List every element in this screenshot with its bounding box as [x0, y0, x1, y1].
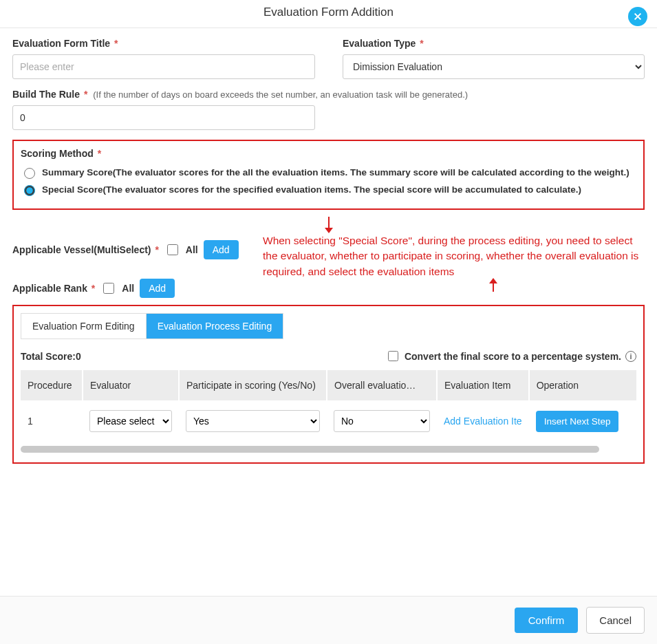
tabs: Evaluation Form Editing Evaluation Proce… — [21, 313, 283, 339]
scoring-method-label: Scoring Method * — [21, 148, 636, 159]
add-rank-button[interactable]: Add — [140, 279, 175, 298]
info-icon[interactable]: i — [625, 351, 636, 362]
process-table: Procedure Evaluator Participate in scori… — [21, 370, 636, 442]
confirm-button[interactable]: Confirm — [515, 608, 579, 633]
col-participate: Participate in scoring (Yes/No) — [179, 370, 327, 400]
page-title: Evaluation Form Addition — [263, 6, 394, 19]
all-label-rank: All — [122, 283, 134, 294]
form-title-input[interactable] — [12, 54, 315, 79]
col-item: Evaluation Item — [437, 370, 529, 400]
special-score-option[interactable]: Special Score(The evaluator scores for t… — [21, 183, 636, 196]
scoring-method-section: Scoring Method * Summary Score(The evalu… — [12, 140, 645, 210]
evaluator-select[interactable]: Please select — [89, 410, 172, 432]
process-editing-section: Evaluation Form Editing Evaluation Proce… — [12, 305, 645, 464]
summary-score-label: Summary Score(The evaluator scores for t… — [42, 167, 629, 178]
applicable-rank-label: Applicable Rank * — [12, 283, 95, 294]
close-icon — [633, 12, 643, 21]
eval-type-label: Evaluation Type * — [343, 38, 645, 49]
insert-next-step-button[interactable]: Insert Next Step — [536, 411, 619, 432]
arrow-down-icon — [323, 217, 335, 233]
participate-select[interactable]: Yes — [186, 410, 320, 432]
summary-score-radio[interactable] — [24, 168, 35, 179]
svg-marker-1 — [325, 228, 333, 233]
applicable-vessel-all-checkbox[interactable] — [167, 244, 178, 255]
build-rule-label: Build The Rule * (If the number of days … — [12, 89, 645, 100]
tab-form-editing[interactable]: Evaluation Form Editing — [21, 314, 147, 339]
footer: Confirm Cancel — [0, 596, 657, 644]
modal-header: Evaluation Form Addition — [0, 0, 657, 28]
special-score-label: Special Score(The evaluator scores for t… — [42, 184, 581, 195]
col-procedure: Procedure — [21, 370, 83, 400]
total-score-label: Total Score:0 — [21, 351, 81, 362]
form-title-label: Evaluation Form Title * — [12, 38, 315, 49]
tab-process-editing[interactable]: Evaluation Process Editing — [147, 314, 283, 339]
build-rule-input[interactable] — [12, 105, 315, 130]
table-row: 1 Please select Yes No Add Evaluation It… — [21, 400, 636, 442]
applicable-rank-all-checkbox[interactable] — [103, 283, 114, 294]
col-overall: Overall evaluatio… — [327, 370, 437, 400]
annotation-text: When selecting "Special Score", during t… — [260, 233, 645, 279]
horizontal-scrollbar[interactable] — [21, 446, 599, 453]
summary-score-option[interactable]: Summary Score(The evaluator scores for t… — [21, 166, 636, 179]
cancel-button[interactable]: Cancel — [586, 607, 645, 634]
eval-type-select[interactable]: Dimission Evaluation — [343, 54, 645, 79]
col-evaluator: Evaluator — [83, 370, 179, 400]
close-button[interactable] — [628, 7, 647, 26]
convert-percentage-checkbox[interactable] — [388, 351, 398, 361]
overall-select[interactable]: No — [334, 410, 430, 432]
arrow-up-icon — [487, 278, 499, 292]
cell-procedure: 1 — [21, 400, 83, 442]
col-operation: Operation — [529, 370, 636, 400]
applicable-vessel-label: Applicable Vessel(MultiSelect) * — [12, 244, 159, 255]
all-label-vessel: All — [186, 244, 198, 255]
add-evaluation-item-link[interactable]: Add Evaluation Ite — [444, 416, 522, 427]
convert-percentage-label: Convert the final score to a percentage … — [405, 351, 621, 362]
special-score-radio[interactable] — [24, 185, 35, 196]
add-vessel-button[interactable]: Add — [204, 240, 239, 259]
